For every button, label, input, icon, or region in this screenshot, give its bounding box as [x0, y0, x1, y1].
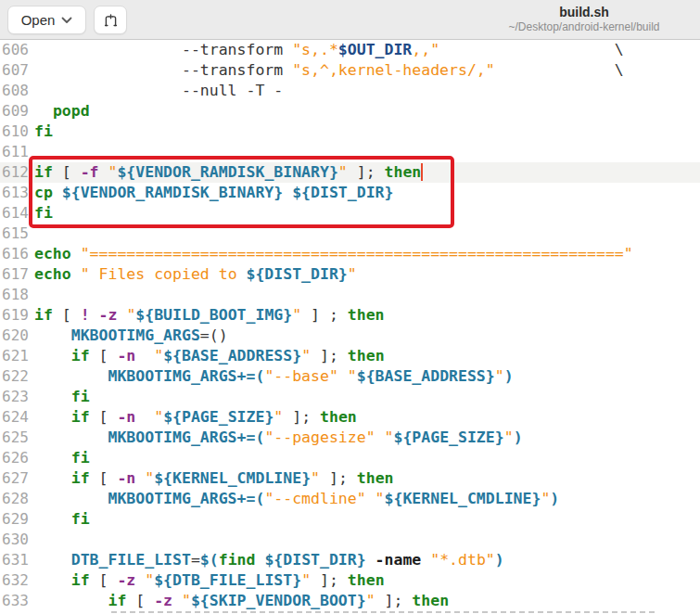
code-text[interactable]: DTB_FILE_LIST=$(find ${DIST_DIR} -name "…: [32, 550, 700, 570]
code-line[interactable]: 627 if [ -n "${KERNEL_CMDLINE}" ]; then: [0, 468, 700, 489]
code-line[interactable]: 606 --transform "s,.*$OUT_DIR,," \: [0, 40, 700, 60]
code-line[interactable]: 633 if [ -z "${SKIP_VENDOR_BOOT}" ]; the…: [0, 591, 700, 611]
code-text[interactable]: echo " Files copied to ${DIST_DIR}": [32, 264, 700, 285]
code-text[interactable]: if [ -z "${SKIP_VENDOR_BOOT}" ]; then: [32, 591, 700, 611]
line-number: 622: [0, 366, 32, 387]
code-text[interactable]: if [ -n "${BASE_ADDRESS}" ]; then: [32, 346, 700, 366]
code-text[interactable]: --transform "s,.*$OUT_DIR,," \: [32, 40, 700, 60]
code-text[interactable]: if [ -f "${VENDOR_RAMDISK_BINARY}" ]; th…: [32, 162, 700, 183]
code-line[interactable]: 629 fi: [0, 509, 700, 530]
line-number: 613: [0, 183, 32, 203]
code-text[interactable]: --transform "s,^,kernel-headers/," \: [32, 60, 700, 81]
line-number: 628: [0, 489, 32, 509]
new-tab-button[interactable]: [94, 6, 127, 34]
text-caret: [421, 163, 423, 181]
code-line[interactable]: 617echo " Files copied to ${DIST_DIR}": [0, 264, 700, 285]
code-line[interactable]: 615: [0, 224, 700, 244]
code-text[interactable]: fi: [32, 448, 700, 468]
code-line[interactable]: 624 if [ -n "${PAGE_SIZE}" ]; then: [0, 407, 700, 428]
line-number: 615: [0, 224, 32, 244]
code-text[interactable]: fi: [32, 509, 700, 530]
code-text[interactable]: --null -T -: [32, 81, 700, 101]
code-text[interactable]: MKBOOTIMG_ARGS+=("--cmdline" "${KERNEL_C…: [32, 489, 700, 509]
code-text[interactable]: fi: [32, 387, 700, 407]
line-number: 621: [0, 346, 32, 366]
window-title-block: build.sh ~/Desktop/android-kernel/build: [508, 5, 659, 34]
code-text[interactable]: if [ ! -z "${BUILD_BOOT_IMG}" ] ; then: [32, 305, 700, 326]
code-line[interactable]: 632 if [ -z "${DTB_FILE_LIST}" ]; then: [0, 570, 700, 591]
code-line[interactable]: 628 MKBOOTIMG_ARGS+=("--cmdline" "${KERN…: [0, 489, 700, 509]
code-text[interactable]: MKBOOTIMG_ARGS+=("--base" "${BASE_ADDRES…: [32, 366, 700, 387]
code-line[interactable]: 618: [0, 285, 700, 305]
code-line[interactable]: 614fi: [0, 203, 700, 224]
code-line[interactable]: 613cp ${VENDOR_RAMDISK_BINARY} ${DIST_DI…: [0, 183, 700, 203]
line-number: 633: [0, 591, 32, 611]
code-text[interactable]: if [ -n "${PAGE_SIZE}" ]; then: [32, 407, 700, 428]
line-number: 609: [0, 101, 32, 122]
line-number: 606: [0, 40, 32, 60]
code-text[interactable]: MKBOOTIMG_ARGS+=("--pagesize" "${PAGE_SI…: [32, 428, 700, 448]
code-line[interactable]: 611: [0, 142, 700, 162]
document-path: ~/Desktop/android-kernel/build: [508, 20, 659, 34]
line-number: 627: [0, 468, 32, 489]
line-number: 620: [0, 326, 32, 346]
headerbar: Open build.sh ~/Desktop/android-kernel/b…: [0, 0, 700, 40]
code-line[interactable]: 610fi: [0, 122, 700, 142]
line-number: 631: [0, 550, 32, 570]
line-number: 632: [0, 570, 32, 591]
open-button-label: Open: [21, 12, 56, 28]
code-line[interactable]: 619if [ ! -z "${BUILD_BOOT_IMG}" ] ; the…: [0, 305, 700, 326]
code-text[interactable]: [32, 530, 700, 550]
line-number: 610: [0, 122, 32, 142]
code-text[interactable]: [32, 285, 700, 305]
code-text[interactable]: fi: [32, 122, 700, 142]
code-line[interactable]: 623 fi: [0, 387, 700, 407]
line-number: 618: [0, 285, 32, 305]
clipped-next-line: [111, 611, 658, 613]
code-line[interactable]: 609 popd: [0, 101, 700, 122]
code-text[interactable]: popd: [32, 101, 700, 122]
code-line[interactable]: 620 MKBOOTIMG_ARGS=(): [0, 326, 700, 346]
code-text[interactable]: [32, 224, 700, 244]
chevron-down-icon: [61, 17, 72, 24]
code-line[interactable]: 612if [ -f "${VENDOR_RAMDISK_BINARY}" ];…: [0, 162, 700, 183]
code-line[interactable]: 631 DTB_FILE_LIST=$(find ${DIST_DIR} -na…: [0, 550, 700, 570]
line-number: 619: [0, 305, 32, 326]
code-text[interactable]: echo "==================================…: [32, 244, 700, 264]
line-number: 630: [0, 530, 32, 550]
line-number: 614: [0, 203, 32, 224]
line-number: 608: [0, 81, 32, 101]
document-title: build.sh: [508, 5, 659, 20]
line-number: 617: [0, 264, 32, 285]
code-line[interactable]: 625 MKBOOTIMG_ARGS+=("--pagesize" "${PAG…: [0, 428, 700, 448]
line-number: 624: [0, 407, 32, 428]
open-button[interactable]: Open: [7, 6, 86, 34]
code-text[interactable]: cp ${VENDOR_RAMDISK_BINARY} ${DIST_DIR}: [32, 183, 700, 203]
code-line[interactable]: 630: [0, 530, 700, 550]
code-text[interactable]: [32, 142, 700, 162]
code-text[interactable]: MKBOOTIMG_ARGS=(): [32, 326, 700, 346]
code-line[interactable]: 626 fi: [0, 448, 700, 468]
line-number: 623: [0, 387, 32, 407]
line-number: 626: [0, 448, 32, 468]
line-number: 612: [0, 162, 32, 183]
code-text[interactable]: fi: [32, 203, 700, 224]
tab-new-icon: [103, 12, 119, 28]
code-line[interactable]: 607 --transform "s,^,kernel-headers/," \: [0, 60, 700, 81]
line-number: 625: [0, 428, 32, 448]
line-number: 611: [0, 142, 32, 162]
line-number: 616: [0, 244, 32, 264]
code-line[interactable]: 621 if [ -n "${BASE_ADDRESS}" ]; then: [0, 346, 700, 366]
code-line[interactable]: 616echo "===============================…: [0, 244, 700, 264]
code-line[interactable]: 608 --null -T -: [0, 81, 700, 101]
code-text[interactable]: if [ -n "${KERNEL_CMDLINE}" ]; then: [32, 468, 700, 489]
code-text[interactable]: if [ -z "${DTB_FILE_LIST}" ]; then: [32, 570, 700, 591]
code-line[interactable]: 622 MKBOOTIMG_ARGS+=("--base" "${BASE_AD…: [0, 366, 700, 387]
line-number: 629: [0, 509, 32, 530]
line-number: 607: [0, 60, 32, 81]
code-editor[interactable]: 606 --transform "s,.*$OUT_DIR,," \607 --…: [0, 40, 700, 613]
